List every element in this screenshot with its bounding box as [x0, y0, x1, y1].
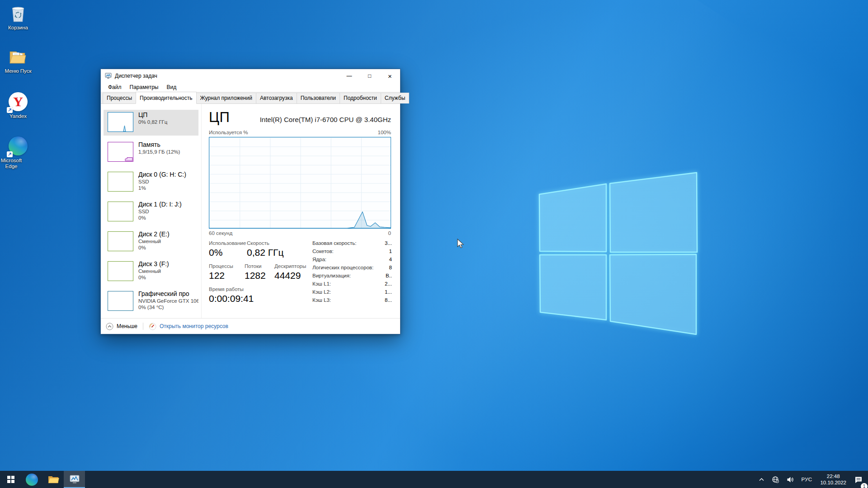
stat-utilization: Использование 0%: [209, 240, 246, 258]
cpu-usage-graph: [209, 137, 391, 229]
taskbar: РУС 22:48 10.10.2022 1: [0, 471, 868, 488]
graph-bottom-axis: 60 секунд 0: [209, 230, 391, 236]
detail-sockets: Сокетов: 1: [312, 249, 392, 257]
maximize-button[interactable]: □: [359, 69, 380, 83]
tab-startup[interactable]: Автозагрузка: [256, 93, 297, 103]
tray-chevron-up-icon[interactable]: [756, 471, 767, 488]
x-axis-right-label: 0: [388, 230, 391, 236]
title-bar[interactable]: Диспетчер задач — □ ×: [101, 69, 400, 83]
y-axis-max-label: 100%: [378, 130, 391, 135]
stat-threads: Потоки 1282: [245, 263, 266, 282]
gpu-mini-chart: [108, 291, 133, 311]
menu-bar: Файл Параметры Вид: [101, 83, 400, 92]
menu-options[interactable]: Параметры: [126, 83, 163, 92]
detail-l2-cache: Кэш L2: 1...: [312, 289, 392, 297]
resource-monitor-icon: [149, 323, 156, 330]
desktop-icon-label: Yandex: [1, 113, 35, 119]
y-axis-label: Используется %: [209, 130, 248, 135]
sidebar-item-title: Диск 2 (E:): [138, 230, 170, 238]
taskbar-clock[interactable]: 22:48 10.10.2022: [816, 473, 850, 486]
menu-file[interactable]: Файл: [104, 83, 126, 92]
sidebar-item-memory[interactable]: Память 1,9/15,9 ГБ (12%): [104, 140, 198, 165]
taskbar-edge-button[interactable]: [21, 471, 42, 488]
detail-l1-cache: Кэш L1: 2...: [312, 281, 392, 289]
file-explorer-icon: [47, 474, 59, 484]
desktop-icon-yandex[interactable]: Y Yandex: [1, 92, 35, 119]
sidebar-item-sub: SSD: [138, 178, 186, 185]
disk1-mini-chart: [108, 202, 133, 221]
recycle-bin-icon: [8, 4, 28, 23]
task-manager-app-icon: [105, 73, 112, 79]
sidebar-item-disk2[interactable]: Диск 2 (E:) Сменный 0%: [104, 229, 198, 255]
windows-logo-icon: [7, 476, 14, 483]
desktop-icon-recycle-bin[interactable]: Корзина: [1, 4, 35, 31]
graph-top-axis: Используется % 100%: [209, 130, 391, 135]
tab-details[interactable]: Подробности: [340, 93, 381, 103]
desktop-icon-label: Microsoft Edge: [0, 158, 27, 169]
sidebar-item-sub: 0%: [138, 274, 169, 281]
sidebar-item-disk3[interactable]: Диск 3 (F:) Сменный 0%: [104, 259, 198, 285]
sidebar-item-disk0[interactable]: Диск 0 (G: H: C:) SSD 1%: [104, 169, 198, 195]
tab-strip: Процессы Производительность Журнал прило…: [101, 92, 400, 104]
sidebar-item-gpu[interactable]: Графический про NVIDIA GeForce GTX 106 0…: [104, 289, 198, 314]
task-manager-window: Диспетчер задач — □ × Файл Параметры Вид…: [100, 69, 401, 334]
language-indicator[interactable]: РУС: [799, 471, 815, 488]
volume-icon[interactable]: [784, 471, 797, 488]
tab-app-history[interactable]: Журнал приложений: [196, 93, 256, 103]
sidebar-item-title: ЦП: [138, 111, 167, 119]
stat-handles: Дескрипторы 44429: [274, 263, 306, 282]
sidebar-item-sub: 0%: [138, 215, 182, 221]
disk3-mini-chart: [108, 261, 133, 281]
tab-services[interactable]: Службы: [381, 93, 409, 103]
notifications-icon: [854, 476, 863, 483]
cpu-panel: ЦП Intel(R) Core(TM) i7-6700 CPU @ 3.40G…: [202, 104, 400, 318]
yandex-browser-icon: Y: [8, 92, 28, 112]
desktop-icon-microsoft-edge[interactable]: Microsoft Edge: [1, 136, 35, 169]
tab-performance[interactable]: Производительность: [136, 92, 196, 104]
sidebar-item-sub: SSD: [138, 208, 182, 215]
system-tray: РУС 22:48 10.10.2022 1: [756, 471, 868, 488]
sidebar-item-cpu[interactable]: ЦП 0% 0,82 ГГц: [104, 110, 198, 136]
fewer-details-button[interactable]: Меньше: [106, 323, 137, 330]
sidebar-item-sub: Сменный: [138, 238, 170, 244]
notifications-button[interactable]: 1: [852, 471, 865, 488]
menu-view[interactable]: Вид: [162, 83, 180, 92]
detail-base-speed: Базовая скорость: 3...: [312, 240, 392, 249]
cpu-mini-chart: [108, 112, 133, 132]
close-button[interactable]: ×: [380, 69, 400, 83]
sidebar-item-sub: 0% 0,82 ГГц: [138, 119, 167, 125]
minimize-button[interactable]: —: [339, 69, 359, 83]
sidebar-item-title: Диск 1 (D: I: J:): [138, 200, 182, 208]
detail-virtualization: Виртуализация: В..: [312, 273, 392, 281]
cpu-model-name: Intel(R) Core(TM) i7-6700 CPU @ 3.40GHz: [260, 116, 391, 123]
taskbar-task-manager-button[interactable]: [64, 471, 85, 488]
sidebar-item-sub: 1,9/15,9 ГБ (12%): [138, 149, 180, 155]
open-resource-monitor-link[interactable]: Открыть монитор ресурсов: [149, 323, 228, 330]
resource-monitor-label: Открыть монитор ресурсов: [160, 323, 228, 329]
disk2-mini-chart: [108, 231, 133, 251]
network-globe-icon[interactable]: [769, 471, 782, 488]
stat-processes: Процессы 122: [209, 263, 233, 282]
microsoft-edge-icon: [8, 136, 28, 156]
tab-users[interactable]: Пользователи: [297, 93, 340, 103]
detail-logical-processors: Логических процессоров: 8: [312, 265, 392, 273]
performance-sidebar: ЦП 0% 0,82 ГГц Память 1,9/15,9 ГБ (12%): [101, 104, 202, 318]
desktop-icon-start-menu-folder[interactable]: Меню Пуск: [1, 47, 35, 74]
sidebar-item-title: Диск 0 (G: H: C:): [138, 170, 186, 178]
sidebar-item-title: Графический про: [138, 290, 198, 298]
sidebar-item-sub: Сменный: [138, 268, 169, 274]
footer-separator: [143, 323, 143, 330]
tray-time: 22:48: [827, 473, 840, 479]
desktop: Корзина Меню Пуск Y Yandex: [0, 0, 868, 488]
sidebar-item-disk1[interactable]: Диск 1 (D: I: J:) SSD 0%: [104, 199, 198, 225]
detail-cores: Ядра: 4: [312, 257, 392, 265]
taskbar-file-explorer-button[interactable]: [42, 471, 64, 488]
stat-uptime: Время работы 0:00:09:41: [209, 286, 254, 305]
notification-count-badge: 1: [861, 483, 868, 488]
folder-icon: [8, 47, 28, 67]
sidebar-item-sub: 1%: [138, 185, 186, 191]
detail-l3-cache: Кэш L3: 8...: [312, 297, 392, 305]
desktop-icon-label: Меню Пуск: [1, 68, 35, 74]
tab-processes[interactable]: Процессы: [103, 93, 136, 103]
start-button[interactable]: [0, 471, 21, 488]
